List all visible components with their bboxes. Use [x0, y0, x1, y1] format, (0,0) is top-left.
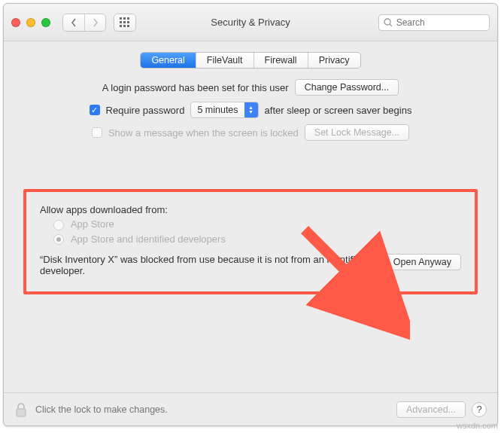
allow-identified-radio[interactable]	[53, 234, 64, 245]
svg-rect-2	[127, 17, 129, 20]
login-password-set-label: A login password has been set for this u…	[102, 82, 289, 93]
allow-appstore-radio[interactable]	[53, 220, 64, 230]
svg-line-10	[390, 24, 392, 26]
nav-back-forward	[62, 14, 106, 32]
toolbar: Security & Privacy	[4, 4, 497, 41]
chevron-left-icon	[71, 18, 77, 27]
allow-identified-label: App Store and identified developers	[71, 233, 226, 245]
forward-button[interactable]	[84, 14, 105, 31]
svg-rect-0	[120, 17, 122, 20]
require-password-delay-dropdown[interactable]: 5 minutes ▲▼	[190, 102, 258, 118]
svg-rect-6	[120, 25, 122, 27]
require-password-delay-value: 5 minutes	[197, 105, 244, 115]
svg-point-9	[384, 19, 390, 25]
grid-icon	[120, 17, 130, 28]
toolbar-search[interactable]	[378, 14, 490, 31]
tab-firewall[interactable]: Firewall	[254, 53, 308, 68]
lock-hint-label: Click the lock to make changes.	[35, 404, 168, 415]
tab-general[interactable]: General	[141, 53, 195, 68]
change-password-button[interactable]: Change Password...	[295, 79, 399, 96]
content-area: A login password has been set for this u…	[4, 79, 497, 392]
require-password-checkbox[interactable]	[90, 105, 100, 115]
svg-rect-8	[127, 25, 129, 27]
open-anyway-button[interactable]: Open Anyway	[384, 254, 461, 270]
require-password-label: Require password	[106, 105, 185, 116]
svg-rect-12	[17, 409, 26, 416]
tab-privacy[interactable]: Privacy	[308, 53, 360, 68]
tab-filevault[interactable]: FileVault	[196, 53, 254, 68]
svg-rect-5	[127, 21, 129, 23]
allow-appstore-row: App Store	[53, 218, 461, 230]
allow-apps-heading: Allow apps downloaded from:	[40, 204, 461, 215]
minimize-window-button[interactable]	[26, 18, 35, 27]
show-message-label: Show a message when the screen is locked	[108, 127, 299, 139]
chevron-right-icon	[93, 18, 99, 27]
allow-apps-section: Allow apps downloaded from: App Store Ap…	[23, 189, 478, 294]
svg-rect-7	[123, 25, 126, 27]
svg-rect-1	[123, 17, 126, 20]
tab-bar: General FileVault Firewall Privacy	[4, 52, 497, 69]
footer: Click the lock to make changes. Advanced…	[4, 392, 497, 425]
allow-identified-row: App Store and identified developers	[53, 233, 461, 245]
close-window-button[interactable]	[11, 18, 20, 27]
search-input[interactable]	[395, 17, 484, 29]
dropdown-stepper-icon: ▲▼	[244, 102, 258, 117]
advanced-button[interactable]: Advanced...	[396, 401, 466, 418]
back-button[interactable]	[63, 14, 84, 31]
traffic-lights	[11, 18, 55, 27]
watermark: wsxdn.com	[457, 421, 498, 430]
allow-appstore-label: App Store	[71, 218, 114, 230]
help-button[interactable]: ?	[472, 402, 487, 417]
show-all-button[interactable]	[114, 14, 136, 32]
zoom-window-button[interactable]	[41, 18, 50, 27]
set-lock-message-button[interactable]: Set Lock Message...	[305, 124, 409, 141]
show-message-checkbox[interactable]	[92, 127, 102, 138]
security-privacy-window: Security & Privacy General FileVault Fir…	[3, 3, 498, 426]
blocked-app-message: “Disk Inventory X” was blocked from use …	[40, 254, 373, 276]
svg-rect-4	[123, 21, 126, 23]
lock-icon[interactable]	[14, 401, 28, 418]
search-icon	[384, 18, 392, 27]
after-sleep-label: after sleep or screen saver begins	[265, 105, 412, 116]
svg-rect-3	[120, 21, 122, 23]
